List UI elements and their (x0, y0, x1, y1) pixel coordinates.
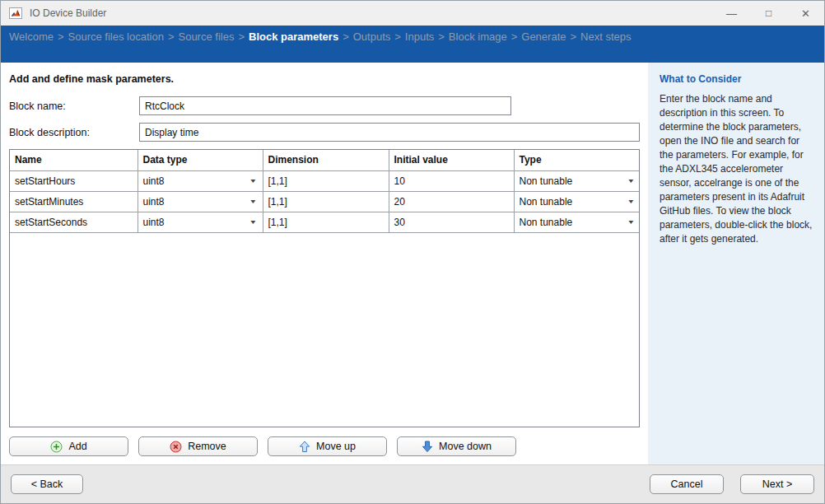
move-down-button-label: Move down (439, 441, 492, 452)
cell-dimension[interactable]: [1,1] (263, 170, 389, 191)
dropdown-arrow-icon: ▼ (627, 178, 636, 184)
window-controls: — □ ✕ (713, 1, 824, 26)
cell-dimension[interactable]: [1,1] (263, 191, 389, 212)
sidebar-title: What to Consider (660, 73, 816, 85)
table-toolbar: Add Remove Move up (9, 436, 640, 456)
cell-initial-value[interactable]: 10 (389, 170, 514, 191)
breadcrumb-step-next-steps: Next steps (580, 30, 631, 43)
breadcrumb-step-generate: Generate (521, 30, 566, 43)
dropdown-arrow-icon: ▼ (249, 178, 257, 184)
breadcrumb-separator: > (438, 30, 445, 43)
next-button[interactable]: Next > (740, 474, 814, 494)
column-header-initial-value: Initial value (389, 150, 514, 170)
page-title: Add and define mask parameters. (9, 73, 640, 85)
move-down-button[interactable]: Move down (397, 436, 516, 456)
window-title: IO Device Builder (30, 7, 106, 19)
maximize-icon[interactable]: □ (750, 1, 787, 26)
cell-name[interactable]: setStartMinutes (10, 191, 138, 212)
cell-type-dropdown[interactable]: Non tunable▼ (514, 212, 640, 232)
table-header-row: Name Data type Dimension Initial value T… (10, 150, 640, 170)
cell-data-type-dropdown[interactable]: uint8▼ (138, 212, 263, 232)
column-header-dimension: Dimension (263, 150, 389, 170)
block-name-row: Block name: (9, 96, 640, 115)
block-name-input[interactable] (139, 96, 511, 115)
breadcrumb-step-outputs: Outputs (353, 30, 391, 43)
column-header-type: Type (514, 150, 640, 170)
table-row: setStartSeconds uint8▼ [1,1] 30 Non tuna… (10, 212, 640, 232)
breadcrumb-separator: > (343, 30, 349, 43)
column-header-name: Name (10, 150, 138, 170)
block-name-label: Block name: (9, 100, 139, 112)
breadcrumb-separator: > (570, 30, 576, 43)
remove-button[interactable]: Remove (138, 436, 258, 456)
move-down-icon (422, 441, 433, 453)
move-up-button[interactable]: Move up (268, 436, 387, 456)
parameters-table: Name Data type Dimension Initial value T… (9, 149, 640, 427)
cell-name[interactable]: setStartHours (10, 170, 138, 191)
help-sidebar: What to Consider Enter the block name an… (648, 63, 825, 464)
add-icon (50, 441, 63, 453)
cell-initial-value[interactable]: 20 (389, 191, 514, 212)
io-device-builder-window: IO Device Builder — □ ✕ Welcome>Source f… (0, 0, 825, 504)
footer-bar: < Back Cancel Next > (1, 464, 824, 503)
block-description-row: Block description: (9, 123, 640, 142)
cell-type-dropdown[interactable]: Non tunable▼ (514, 170, 640, 191)
block-description-label: Block description: (9, 127, 139, 138)
block-description-input[interactable] (139, 123, 640, 142)
breadcrumb-separator: > (511, 30, 518, 43)
cell-data-type-dropdown[interactable]: uint8▼ (138, 170, 263, 191)
back-button[interactable]: < Back (11, 474, 83, 494)
dropdown-arrow-icon: ▼ (627, 219, 636, 225)
add-button-label: Add (68, 441, 86, 452)
cell-initial-value[interactable]: 30 (389, 212, 514, 232)
cell-type-dropdown[interactable]: Non tunable▼ (514, 191, 640, 212)
breadcrumb-separator: > (168, 30, 175, 43)
remove-icon (170, 441, 182, 453)
minimize-icon[interactable]: — (713, 1, 750, 26)
add-button[interactable]: Add (9, 436, 128, 456)
dropdown-arrow-icon: ▼ (627, 198, 636, 204)
breadcrumb-separator: > (394, 30, 401, 43)
cancel-button[interactable]: Cancel (650, 474, 724, 494)
cell-data-type-dropdown[interactable]: uint8▼ (138, 191, 263, 212)
footer-right-buttons: Cancel Next > (650, 474, 814, 494)
matlab-logo-icon (9, 7, 22, 19)
move-up-button-label: Move up (316, 441, 356, 452)
dropdown-arrow-icon: ▼ (249, 219, 257, 225)
breadcrumb-step-welcome: Welcome (9, 30, 54, 43)
titlebar: IO Device Builder — □ ✕ (1, 1, 824, 26)
move-up-icon (299, 441, 310, 453)
cell-name[interactable]: setStartSeconds (10, 212, 138, 232)
remove-button-label: Remove (188, 441, 226, 452)
cell-dimension[interactable]: [1,1] (263, 212, 389, 232)
table-row: setStartHours uint8▼ [1,1] 10 Non tunabl… (10, 170, 640, 191)
breadcrumb-separator: > (58, 30, 64, 43)
column-header-data-type: Data type (138, 150, 263, 170)
sidebar-help-text: Enter the block name and description in … (660, 92, 816, 246)
breadcrumb-step-block-image: Block image (449, 30, 507, 43)
content-area: Add and define mask parameters. Block na… (1, 63, 824, 464)
table-row: setStartMinutes uint8▼ [1,1] 20 Non tuna… (10, 191, 640, 212)
breadcrumb-step-block-parameters-active: Block parameters (249, 30, 338, 43)
dropdown-arrow-icon: ▼ (249, 198, 257, 204)
main-panel: Add and define mask parameters. Block na… (1, 63, 648, 464)
breadcrumb-step-inputs: Inputs (405, 30, 434, 43)
breadcrumb-step-source-files-location: Source files location (68, 30, 164, 43)
close-icon[interactable]: ✕ (787, 1, 824, 26)
wizard-breadcrumb: Welcome>Source files location>Source fil… (1, 26, 824, 63)
breadcrumb-separator: > (238, 30, 245, 43)
breadcrumb-step-source-files: Source files (178, 30, 234, 43)
